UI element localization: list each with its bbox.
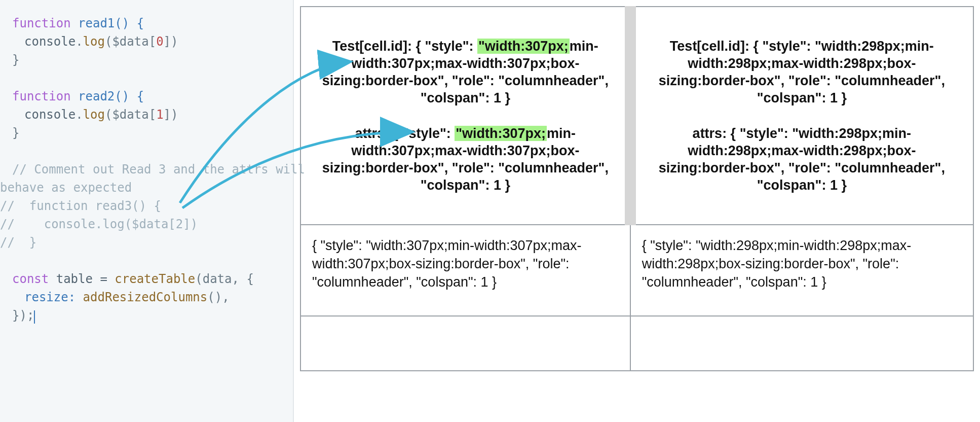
output-table: Test[cell.id]: { "style": "width:307px;m… <box>300 6 974 371</box>
table-cell: { "style": "width:307px;min-width:307px;… <box>300 225 630 316</box>
code-line: const table = createTable(data, { <box>0 270 293 288</box>
header-text-block-1: Test[cell.id]: { "style": "width:298px;m… <box>644 38 960 107</box>
code-editor[interactable]: function read1() { console.log($data[0])… <box>0 0 294 422</box>
column-resize-handle[interactable] <box>625 6 636 225</box>
code-line: function read1() { <box>0 14 293 32</box>
code-line: } <box>0 51 293 69</box>
table-header-row: Test[cell.id]: { "style": "width:307px;m… <box>300 7 973 225</box>
split-layout: function read1() { console.log($data[0])… <box>0 0 980 422</box>
code-line: function read2() { <box>0 87 293 106</box>
code-line: } <box>0 124 293 142</box>
blank-line <box>0 252 293 270</box>
blank-line <box>0 142 293 160</box>
table-cell: { "style": "width:298px;min-width:298px;… <box>630 225 973 316</box>
code-line: resize: addResizedColumns(), <box>0 288 293 306</box>
table-cell <box>300 316 630 371</box>
fn-name: read1() { <box>71 16 144 30</box>
column-header-1: Test[cell.id]: { "style": "width:307px;m… <box>300 7 630 225</box>
header-text-block-2: attrs: { "style": "width:307px;min-width… <box>314 125 617 194</box>
highlight: "width:307px; <box>477 39 570 54</box>
comment-line: // } <box>0 233 293 252</box>
header-text-block-2: attrs: { "style": "width:298px;min-width… <box>644 125 960 194</box>
text-cursor <box>34 310 35 324</box>
keyword: function <box>12 16 71 30</box>
code-line: console.log($data[0]) <box>0 32 293 51</box>
comment-line: behave as expected <box>0 179 293 197</box>
comment-line: // function read3() { <box>0 197 293 215</box>
comment-line: // Comment out Read 3 and the attrs will <box>0 160 293 179</box>
table-cell <box>630 316 973 371</box>
code-line: }); <box>0 306 293 325</box>
table-row <box>300 316 973 371</box>
comment-line: // console.log($data[2]) <box>0 215 293 233</box>
blank-line <box>0 69 293 87</box>
table-row: { "style": "width:307px;min-width:307px;… <box>300 225 973 316</box>
header-text-block-1: Test[cell.id]: { "style": "width:307px;m… <box>314 38 617 107</box>
column-header-2: Test[cell.id]: { "style": "width:298px;m… <box>630 7 973 225</box>
output-panel: Test[cell.id]: { "style": "width:307px;m… <box>294 0 980 422</box>
highlight: "width:307px; <box>455 126 547 141</box>
code-line: console.log($data[1]) <box>0 106 293 124</box>
